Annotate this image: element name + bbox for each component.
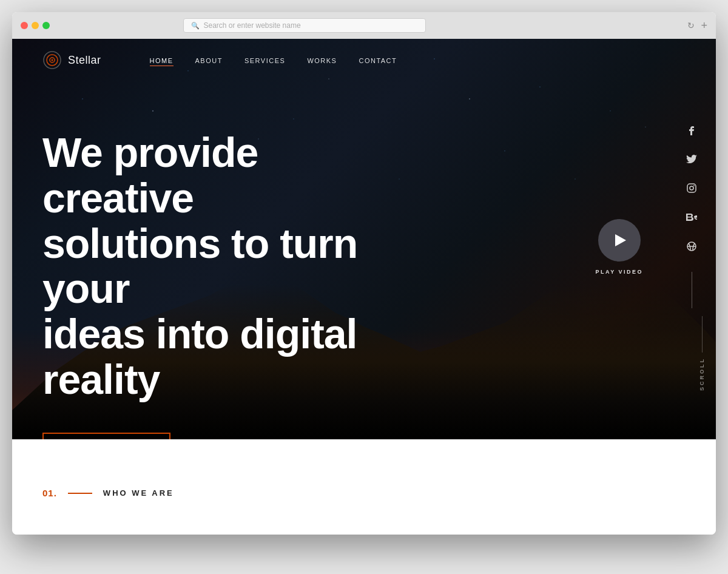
- behance-icon[interactable]: [686, 211, 698, 223]
- nav-item-services[interactable]: SERVICES: [244, 55, 285, 66]
- logo-text: Stellar: [68, 54, 101, 67]
- minimize-button[interactable]: [32, 22, 39, 29]
- section-title: WHO WE ARE: [103, 488, 174, 498]
- logo[interactable]: Stellar: [42, 50, 101, 70]
- twitter-icon[interactable]: [686, 153, 698, 165]
- social-sidebar: [686, 124, 698, 311]
- scroll-indicator: SCROLL: [699, 316, 705, 391]
- instagram-icon[interactable]: [686, 182, 698, 194]
- headline-line3: ideas into digital reality: [42, 311, 357, 402]
- nav-link-home[interactable]: HOME: [150, 57, 174, 66]
- play-circle: [598, 219, 641, 262]
- social-divider: [692, 272, 692, 308]
- navbar: Stellar HOME ABOUT SERVICES WORKS CONTAC…: [12, 39, 716, 81]
- section-divider: [68, 493, 92, 494]
- hero-section: Stellar HOME ABOUT SERVICES WORKS CONTAC…: [12, 39, 716, 439]
- nav-item-contact[interactable]: CONTACT: [359, 55, 397, 66]
- section-number: 01.: [42, 488, 57, 498]
- headline-line1: We provide creative: [42, 129, 258, 221]
- nav-item-home[interactable]: HOME: [150, 55, 174, 66]
- scroll-text: SCROLL: [699, 357, 705, 391]
- svg-point-3: [52, 59, 53, 61]
- maximize-button[interactable]: [42, 22, 50, 29]
- hero-headline: We provide creative solutions to turn yo…: [42, 130, 419, 402]
- address-bar[interactable]: 🔍 Search or enter website name: [183, 18, 426, 33]
- scroll-line: [702, 316, 703, 353]
- new-tab-button[interactable]: +: [701, 19, 707, 32]
- nav-link-works[interactable]: WORKS: [307, 57, 337, 64]
- nav-links: HOME ABOUT SERVICES WORKS CONTACT: [150, 55, 397, 66]
- search-icon: 🔍: [191, 22, 200, 30]
- cta-button[interactable]: MORE ABOUT US →: [42, 433, 170, 439]
- section-label: 01. WHO WE ARE: [42, 488, 686, 498]
- below-hero-section: 01. WHO WE ARE: [12, 439, 716, 535]
- nav-link-services[interactable]: SERVICES: [244, 57, 285, 64]
- nav-link-contact[interactable]: CONTACT: [359, 57, 397, 64]
- refresh-button[interactable]: ↻: [687, 21, 695, 30]
- facebook-icon[interactable]: [686, 124, 698, 136]
- logo-icon: [42, 50, 62, 70]
- browser-dots: [21, 22, 50, 29]
- svg-point-5: [690, 186, 693, 190]
- dribbble-icon[interactable]: [686, 240, 698, 252]
- hero-content: We provide creative solutions to turn yo…: [12, 81, 449, 439]
- nav-link-about[interactable]: ABOUT: [195, 57, 223, 64]
- headline-line2: solutions to turn your: [42, 220, 357, 312]
- nav-item-works[interactable]: WORKS: [307, 55, 337, 66]
- play-label: PLAY VIDEO: [595, 269, 643, 275]
- close-button[interactable]: [21, 22, 28, 29]
- address-text: Search or enter website name: [203, 21, 300, 30]
- svg-rect-4: [687, 184, 696, 192]
- nav-item-about[interactable]: ABOUT: [195, 55, 223, 66]
- browser-chrome: 🔍 Search or enter website name ↻ +: [12, 12, 716, 39]
- play-video-button[interactable]: PLAY VIDEO: [595, 219, 643, 275]
- play-triangle-icon: [615, 234, 626, 246]
- browser-window: 🔍 Search or enter website name ↻ + Stell…: [12, 12, 716, 535]
- svg-point-6: [693, 185, 695, 186]
